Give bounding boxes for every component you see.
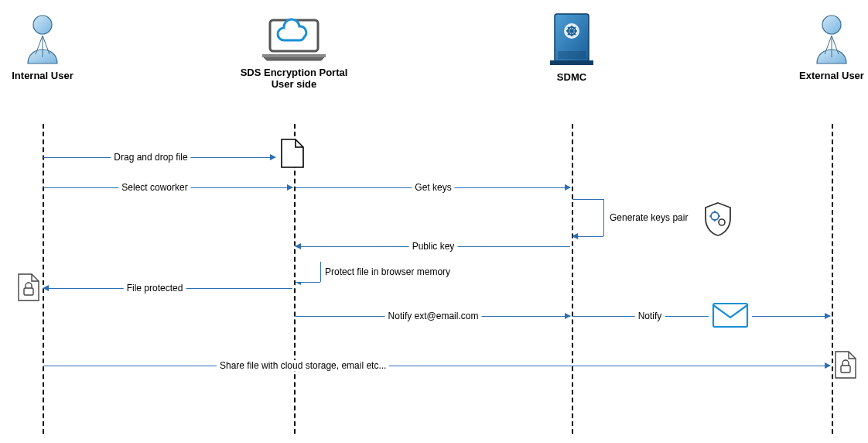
arrow-share-file	[43, 366, 830, 366]
svg-rect-7	[550, 60, 593, 65]
shield-gears-icon	[702, 201, 733, 237]
actor-label: Internal User	[12, 70, 73, 81]
svg-rect-2	[262, 54, 326, 57]
file-lock-icon	[834, 350, 857, 379]
file-lock-icon	[17, 273, 40, 302]
msg-protect: Protect file in browser memory	[325, 266, 450, 277]
svg-rect-16	[713, 304, 747, 327]
actor-external-user: External User	[797, 14, 866, 81]
msg-select: Select coworker	[118, 182, 190, 193]
actor-label: SDS Encryption Portal User side	[232, 67, 356, 90]
file-icon	[280, 138, 305, 169]
actor-label: SDMC	[541, 71, 603, 83]
msg-notify2: Notify	[635, 311, 665, 321]
actor-label: External User	[797, 70, 866, 81]
actor-portal: SDS Encryption Portal User side	[232, 17, 356, 90]
lifeline-internal	[43, 124, 44, 434]
svg-point-8	[822, 15, 841, 34]
msg-pubkey: Public key	[409, 241, 458, 252]
msg-drag: Drag and drop file	[111, 152, 190, 163]
svg-rect-4	[558, 51, 586, 59]
laptop-cloud-icon	[259, 17, 329, 62]
lifeline-sdmc	[572, 124, 573, 434]
person-icon	[814, 14, 849, 65]
msg-getkeys: Get keys	[412, 182, 454, 193]
sequence-diagram: Internal User SDS Encryption Portal User…	[0, 0, 868, 443]
msg-genkeys: Generate keys pair	[610, 212, 688, 223]
arrow-notify-external	[572, 316, 830, 317]
msg-notify1: Notify ext@email.com	[385, 311, 482, 321]
lifeline-external	[832, 124, 833, 434]
actor-internal-user: Internal User	[12, 14, 73, 81]
person-icon	[25, 14, 60, 65]
actor-sdmc: SDMC	[541, 11, 603, 83]
server-icon	[550, 11, 593, 67]
envelope-icon	[709, 302, 752, 328]
svg-point-0	[33, 15, 52, 34]
msg-share: Share file with cloud storage, email etc…	[217, 360, 389, 371]
msg-protected: File protected	[124, 283, 186, 294]
